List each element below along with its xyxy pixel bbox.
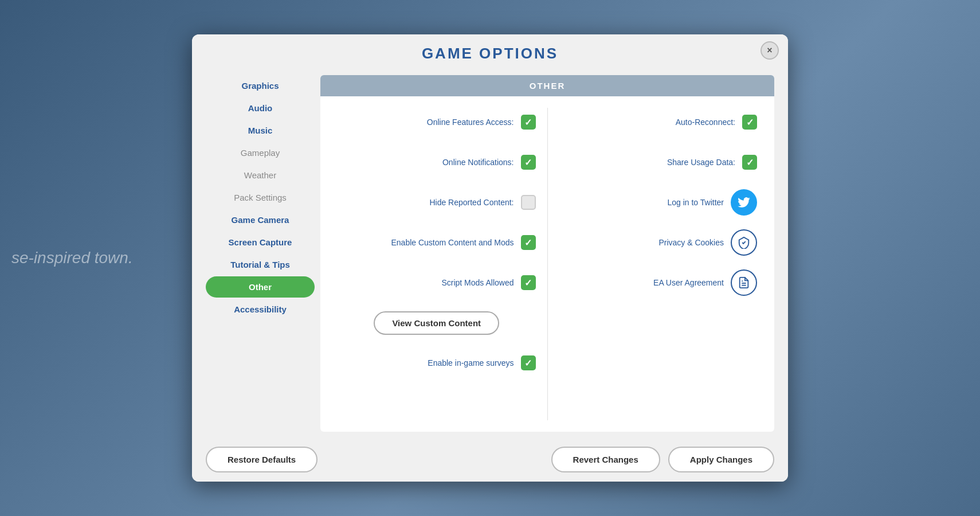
modal-overlay: Game Options × Graphics Audio Music Game… <box>0 0 980 516</box>
modal-footer: Restore Defaults Revert Changes Apply Ch… <box>192 437 788 482</box>
restore-defaults-button[interactable]: Restore Defaults <box>206 447 317 472</box>
sidebar-item-accessibility[interactable]: Accessibility <box>206 299 315 320</box>
footer-right-buttons: Revert Changes Apply Changes <box>551 447 774 472</box>
view-custom-row: View Custom Content <box>338 308 536 337</box>
privacy-cookies-button[interactable] <box>731 229 757 256</box>
script-mods-checkbox[interactable] <box>521 275 536 290</box>
ea-agreement-row: EA User Agreement <box>559 268 758 297</box>
revert-changes-button[interactable]: Revert Changes <box>551 447 660 472</box>
sidebar-item-graphics[interactable]: Graphics <box>206 75 315 96</box>
game-options-modal: Game Options × Graphics Audio Music Game… <box>192 34 788 482</box>
hide-reported-label: Hide Reported Content: <box>429 198 513 207</box>
modal-body: Graphics Audio Music Gameplay Weather Pa… <box>192 69 788 437</box>
online-features-label: Online Features Access: <box>427 118 514 127</box>
content-header: Other <box>320 75 774 96</box>
shield-check-icon <box>738 236 750 249</box>
document-icon <box>738 276 750 289</box>
sidebar-item-tutorial-tips[interactable]: Tutorial & Tips <box>206 254 315 275</box>
online-features-checkbox[interactable] <box>521 115 536 130</box>
enable-surveys-row: Enable in-game surveys <box>338 349 536 377</box>
sidebar-item-audio[interactable]: Audio <box>206 97 315 119</box>
apply-changes-button[interactable]: Apply Changes <box>668 447 774 472</box>
sidebar-item-music[interactable]: Music <box>206 120 315 141</box>
online-notifications-checkbox[interactable] <box>521 155 536 170</box>
log-twitter-row: Log in to Twitter <box>559 188 758 217</box>
view-custom-button[interactable]: View Custom Content <box>374 311 499 335</box>
ea-agreement-label: EA User Agreement <box>653 278 724 287</box>
share-usage-checkbox[interactable] <box>742 155 757 170</box>
content-body: Online Features Access: Online Notificat… <box>320 96 774 432</box>
enable-custom-checkbox[interactable] <box>521 235 536 250</box>
modal-header: Game Options × <box>192 34 788 69</box>
sidebar-item-screen-capture[interactable]: Screen Capture <box>206 232 315 253</box>
sidebar-item-game-camera[interactable]: Game Camera <box>206 209 315 230</box>
right-column: Auto-Reconnect: Share Usage Data: Log in… <box>559 108 758 420</box>
sidebar-item-pack-settings[interactable]: Pack Settings <box>206 187 315 208</box>
privacy-cookies-label: Privacy & Cookies <box>658 238 724 247</box>
sidebar: Graphics Audio Music Gameplay Weather Pa… <box>206 69 315 437</box>
sidebar-item-gameplay[interactable]: Gameplay <box>206 142 315 163</box>
auto-reconnect-row: Auto-Reconnect: <box>559 108 758 136</box>
log-twitter-label: Log in to Twitter <box>667 198 724 207</box>
script-mods-label: Script Mods Allowed <box>441 278 513 287</box>
enable-custom-row: Enable Custom Content and Mods <box>338 228 536 257</box>
enable-custom-label: Enable Custom Content and Mods <box>391 238 513 247</box>
column-divider <box>547 108 548 420</box>
hide-reported-checkbox[interactable] <box>521 195 536 210</box>
privacy-cookies-row: Privacy & Cookies <box>559 228 758 257</box>
online-notifications-row: Online Notifications: <box>338 148 536 177</box>
modal-title: Game Options <box>422 45 558 62</box>
content-panel: Other Online Features Access: Online Not… <box>320 75 774 432</box>
hide-reported-row: Hide Reported Content: <box>338 188 536 217</box>
twitter-icon <box>738 197 750 208</box>
share-usage-label: Share Usage Data: <box>667 158 735 167</box>
twitter-button[interactable] <box>731 189 757 216</box>
script-mods-row: Script Mods Allowed <box>338 268 536 297</box>
online-notifications-label: Online Notifications: <box>442 158 514 167</box>
enable-surveys-checkbox[interactable] <box>521 355 536 370</box>
auto-reconnect-label: Auto-Reconnect: <box>676 118 735 127</box>
auto-reconnect-checkbox[interactable] <box>742 115 757 130</box>
online-features-row: Online Features Access: <box>338 108 536 136</box>
sidebar-item-weather[interactable]: Weather <box>206 165 315 186</box>
enable-surveys-label: Enable in-game surveys <box>428 358 513 368</box>
left-column: Online Features Access: Online Notificat… <box>338 108 536 420</box>
ea-agreement-button[interactable] <box>731 269 757 296</box>
sidebar-item-other[interactable]: Other <box>206 276 315 298</box>
share-usage-row: Share Usage Data: <box>559 148 758 177</box>
close-button[interactable]: × <box>761 41 779 60</box>
